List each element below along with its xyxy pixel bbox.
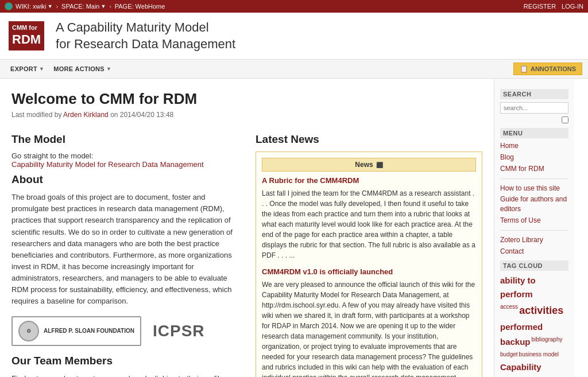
globe-icon: 🌐 <box>5 2 13 10</box>
page-toolbar: EXPORT ▼ MORE ACTIONS ▼ 📋 ANNOTATIONS <box>0 60 588 79</box>
news-item-title-1[interactable]: A Rubric for the CMM4RDM <box>262 176 476 185</box>
news-item-text-1: Last fall I joined the team for the CMM4… <box>262 188 476 261</box>
wiki-dropdown-arrow[interactable]: ▼ <box>48 3 53 9</box>
right-column: Latest News News ⬛ A Rubric for the CMM4… <box>256 130 482 377</box>
logo-cmm-text: CMM for <box>12 24 41 32</box>
tag-cloud-title: TAG CLOUD <box>500 261 568 271</box>
register-link[interactable]: REGISTER <box>524 3 556 10</box>
site-logo[interactable]: CMM for RDM <box>9 21 44 50</box>
sidebar-item-blog[interactable]: Blog <box>500 153 568 162</box>
tag-access[interactable]: access <box>500 302 518 319</box>
search-checkbox[interactable] <box>562 116 568 123</box>
icpsr-logo: ICPSR <box>153 322 205 340</box>
content-area: Welcome to CMM for RDM Last modified by … <box>0 79 494 377</box>
menu-divider <box>500 178 568 179</box>
search-input[interactable] <box>500 102 568 114</box>
page-title: Welcome to CMM for RDM <box>11 90 482 108</box>
tag-budget[interactable]: budget <box>500 350 518 359</box>
about-section-title: About <box>11 173 238 186</box>
sloan-text: ALFRED P. SLOAN FOUNDATION <box>44 327 134 335</box>
top-navigation-bar: 🌐 WIKI: xwiki ▼ › SPACE: Main ▼ › PAGE: … <box>0 0 588 13</box>
export-arrow: ▼ <box>39 66 44 72</box>
model-link[interactable]: Capability Maturity Model for Research D… <box>11 160 204 169</box>
sidebar-menu: Home Blog CMM for RDM How to use this si… <box>500 141 568 256</box>
top-bar-actions: REGISTER LOG-IN <box>524 3 583 10</box>
more-actions-arrow: ▼ <box>106 66 111 72</box>
sidebar-item-home[interactable]: Home <box>500 141 568 151</box>
logo-rdm-text: RDM <box>12 32 41 48</box>
sloan-circle-icon: ⚙ <box>18 321 39 341</box>
news-item-title-2[interactable]: CMM4RDM v1.0 is officially launched <box>262 267 476 276</box>
space-dropdown-arrow[interactable]: ▼ <box>100 3 106 9</box>
space-nav-item[interactable]: SPACE: Main ▼ <box>61 3 106 10</box>
sloan-foundation-logo: ⚙ ALFRED P. SLOAN FOUNDATION <box>11 316 141 346</box>
search-options <box>500 116 568 123</box>
wiki-nav-item[interactable]: 🌐 WIKI: xwiki ▼ <box>5 2 53 10</box>
sidebar-item-terms[interactable]: Terms of Use <box>500 216 568 226</box>
breadcrumb-nav: 🌐 WIKI: xwiki ▼ › SPACE: Main ▼ › PAGE: … <box>5 2 165 10</box>
go-to-model-text: Go straight to the model: <box>11 151 93 160</box>
annotations-icon: 📋 <box>520 65 528 73</box>
space-label: SPACE: Main <box>61 3 99 10</box>
last-modified: Last modified by Arden Kirkland on 2014/… <box>11 111 482 119</box>
tag-performed[interactable]: performed <box>500 320 543 334</box>
site-title-line1: A Capability Maturity Model <box>56 20 235 36</box>
news-container: News ⬛ A Rubric for the CMM4RDM Last fal… <box>256 151 482 377</box>
main-layout: Welcome to CMM for RDM Last modified by … <box>0 79 588 377</box>
wiki-label: WIKI: xwiki <box>16 3 47 10</box>
news-header: News ⬛ <box>262 158 476 172</box>
site-title-line2: for Research Data Management <box>56 36 235 53</box>
model-section-title: The Model <box>11 133 238 146</box>
sidebar-item-zotero[interactable]: Zotero Library <box>500 235 568 245</box>
team-intro: Find out more about our team members by … <box>11 373 238 377</box>
menu-section-title: MENU <box>500 128 568 138</box>
go-to-model: Go straight to the model: Capability Mat… <box>11 151 238 169</box>
tag-business-model[interactable]: business model <box>519 350 559 359</box>
sidebar-item-how-to[interactable]: How to use this site <box>500 184 568 193</box>
site-header: CMM for RDM A Capability Maturity Model … <box>0 13 588 60</box>
tag-bibliography[interactable]: bibliography <box>532 335 563 349</box>
sidebar-item-cmm-rdm[interactable]: CMM for RDM <box>500 164 568 174</box>
rss-icon[interactable]: ⬛ <box>376 162 383 168</box>
logo-box: CMM for RDM <box>9 21 44 50</box>
tag-ability-to-perform[interactable]: ability to perform <box>500 274 568 301</box>
export-button[interactable]: EXPORT ▼ <box>6 64 49 74</box>
more-actions-button[interactable]: MORE ACTIONS ▼ <box>49 64 116 74</box>
tag-capability[interactable]: Capability maturity levels <box>500 360 568 377</box>
last-modified-author[interactable]: Arden Kirkland <box>63 111 109 119</box>
two-column-layout: The Model Go straight to the model: Capa… <box>11 130 482 377</box>
page-label: PAGE: WebHome <box>115 3 165 10</box>
login-link[interactable]: LOG-IN <box>562 3 583 10</box>
tag-backup[interactable]: backup <box>500 335 531 349</box>
menu-divider-2 <box>500 230 568 231</box>
page-nav-item[interactable]: PAGE: WebHome <box>115 3 165 10</box>
site-title: A Capability Maturity Model for Research… <box>56 20 235 52</box>
last-modified-prefix: Last modified by <box>11 111 61 119</box>
sidebar-item-guide[interactable]: Guide for authors and editors <box>500 195 568 214</box>
team-section-title: Our Team Members <box>11 355 238 367</box>
last-modified-date: on 2014/04/20 13:48 <box>110 111 173 119</box>
tag-activities[interactable]: activities <box>519 302 563 319</box>
left-column: The Model Go straight to the model: Capa… <box>11 130 238 377</box>
news-item-text-2: We are very pleased to announce the offi… <box>262 279 476 377</box>
breadcrumb-separator: › <box>56 3 58 10</box>
sidebar-item-contact[interactable]: Contact <box>500 247 568 256</box>
logos-row: ⚙ ALFRED P. SLOAN FOUNDATION ICPSR <box>11 316 238 346</box>
sidebar: SEARCH MENU Home Blog CMM for RDM How to… <box>494 79 574 377</box>
about-text: The broad goals of this project are to d… <box>11 192 238 307</box>
search-section-title: SEARCH <box>500 89 568 99</box>
breadcrumb-separator-2: › <box>109 3 111 10</box>
news-section-title: Latest News <box>256 133 482 146</box>
news-label: News <box>355 161 373 169</box>
annotations-button[interactable]: 📋 ANNOTATIONS <box>513 63 582 75</box>
tag-cloud: ability to perform access activities per… <box>500 274 568 377</box>
